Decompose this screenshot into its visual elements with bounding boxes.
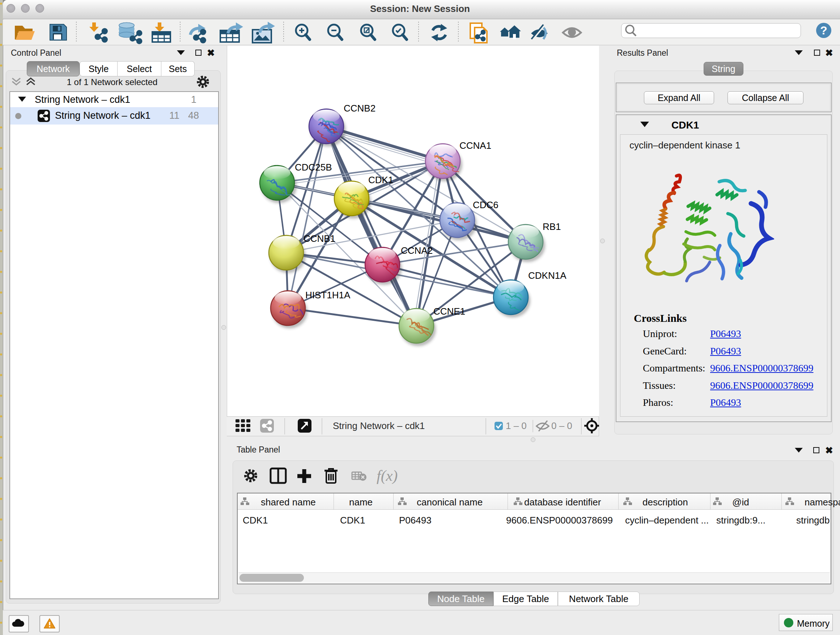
svg-text:RB1: RB1 [543,221,561,232]
svg-text:CCNA2: CCNA2 [401,245,433,256]
svg-text:CDC25B: CDC25B [295,162,332,173]
svg-text:HIST1H1A: HIST1H1A [305,290,351,301]
svg-text:CCNA1: CCNA1 [459,140,491,151]
svg-text:CDKN1A: CDKN1A [528,270,567,281]
svg-text:CCNE1: CCNE1 [433,306,465,317]
svg-text:f(x): f(x) [377,467,398,485]
svg-text:CCNB2: CCNB2 [344,103,376,114]
svg-text:1 – 0: 1 – 0 [506,420,527,431]
svg-text:?: ? [820,24,827,37]
svg-text:CDK1: CDK1 [368,174,393,185]
svg-text:String Network – cdk1: String Network – cdk1 [333,420,425,431]
svg-text:0 – 0: 0 – 0 [551,420,572,431]
svg-text:CDC6: CDC6 [473,200,499,211]
svg-text:CCNB1: CCNB1 [303,233,335,244]
